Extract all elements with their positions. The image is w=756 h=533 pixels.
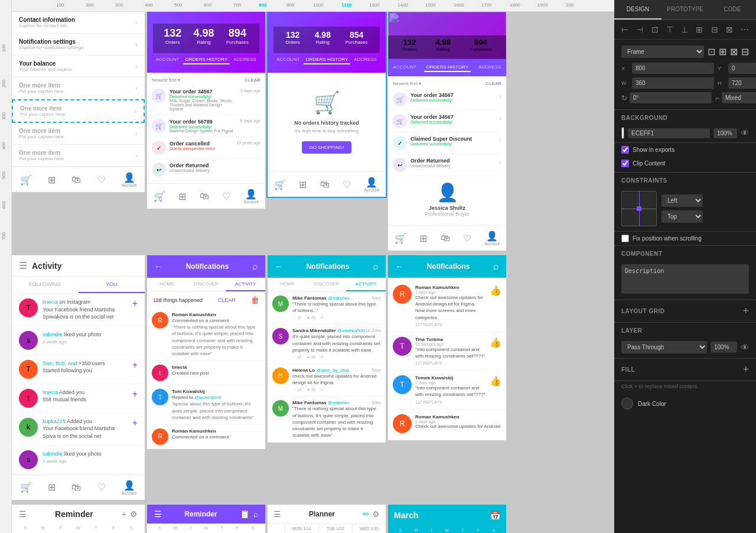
nav-icon[interactable]: ⊞ — [419, 233, 427, 244]
resize-icon-4[interactable]: ⊟ — [741, 46, 749, 57]
nav-icon[interactable]: 🛍 — [441, 233, 450, 243]
settings-item[interactable]: Notification settingsCaption for notific… — [12, 34, 145, 56]
nav-icon[interactable]: ⊞ — [48, 482, 56, 493]
notif-item: R Roman Kamushken Commented on a comment… — [147, 308, 265, 361]
notifications-teal-screen: ← Notifications ⌕ HOME DISCOVER ACTIVITY… — [268, 255, 386, 443]
visibility-icon[interactable]: 👁 — [741, 128, 749, 138]
ruler-horizontal: 100 200 300 400 500 600 700 800 900 1000… — [0, 0, 614, 12]
align-top-icon[interactable]: ⊤ — [666, 25, 673, 34]
resize-icon-2[interactable]: ⊞ — [719, 46, 726, 57]
nav-icon[interactable]: 🛍 — [320, 179, 330, 190]
clip-content-checkbox[interactable] — [621, 160, 629, 167]
align-bottom-icon[interactable]: ⊞ — [696, 25, 703, 34]
settings-item[interactable]: One more itemPut your caption here › — [12, 123, 145, 145]
activity-item: T Tom, Bob, And +350 usersStarted follow… — [12, 355, 145, 384]
constraints-visual — [621, 191, 657, 226]
notif-list: R Roman Kamushken Commented on a comment… — [147, 308, 265, 449]
settings-item[interactable]: Your balanceYour balance and caption › — [12, 56, 145, 77]
layer-mode-select[interactable]: Pass Through Normal Multiply Screen Over… — [621, 341, 707, 353]
no-orders-content: 🛒 No orders history tracked It's high ti… — [268, 73, 386, 171]
nav-account[interactable]: 👤Account — [484, 230, 499, 246]
tab-home[interactable]: HOME — [147, 278, 187, 291]
tab-design[interactable]: DESIGN — [614, 0, 662, 20]
v-constraint-select[interactable]: Top Bottom Center Scale — [662, 210, 703, 223]
nav-icon[interactable]: ♡ — [222, 191, 230, 202]
show-exports-checkbox[interactable] — [621, 146, 629, 154]
tab-code[interactable]: CODE — [709, 0, 756, 20]
nav-icon[interactable]: 🛒 — [274, 179, 286, 190]
dark-color-swatch[interactable] — [621, 398, 633, 410]
align-right-icon[interactable]: ⊡ — [651, 25, 659, 34]
tab-activity[interactable]: ACTIVITY — [346, 278, 386, 291]
bg-opacity-input[interactable] — [713, 128, 737, 138]
align-center-v-icon[interactable]: ⊥ — [681, 25, 688, 34]
settings-item[interactable]: Contact informationCaption for contact i… — [12, 12, 145, 34]
dist-h-icon[interactable]: ⊟ — [711, 25, 718, 34]
add-fill-icon[interactable]: + — [742, 363, 749, 376]
tab-home[interactable]: HOME — [268, 278, 307, 291]
fix-position-row: Fix position when scrolling — [614, 232, 756, 246]
nav-icon[interactable]: 🛒 — [20, 482, 32, 493]
angle-input[interactable] — [630, 92, 712, 103]
more-icon[interactable]: ⋯ — [741, 25, 749, 34]
nav-icon[interactable]: ♡ — [97, 482, 106, 493]
h-input[interactable]: 720 — [728, 77, 756, 89]
alignment-toolbar: ⊢ ⊣ ⊡ ⊤ ⊥ ⊞ ⊟ ⊠ ⋯ — [614, 20, 756, 40]
fix-position-checkbox[interactable] — [621, 235, 629, 242]
settings-item[interactable]: One more itemPut your caption here › — [12, 145, 145, 167]
nav-cart[interactable]: 🛍 — [71, 174, 81, 185]
h-constraint-select[interactable]: Left Right Center Scale — [662, 194, 703, 207]
notif-item: H Helena Lo @step_by_step 54m check out … — [268, 364, 386, 396]
dark-color-label: Dark Color — [638, 401, 666, 407]
fill-section: FILL + — [614, 359, 756, 381]
bg-hex-input[interactable] — [628, 128, 710, 138]
nav-profile[interactable]: 🛒 — [20, 174, 32, 186]
tab-following[interactable]: FOLLOWING — [12, 277, 79, 293]
nav-icon[interactable]: ♡ — [343, 179, 351, 190]
resize-icon-3[interactable]: ⊠ — [730, 46, 738, 57]
corner-input[interactable] — [722, 92, 756, 103]
nav-icon[interactable]: 🛍 — [200, 191, 209, 202]
nav-account[interactable]: 👤Account — [243, 188, 258, 204]
nav-account[interactable]: 👤Account — [122, 172, 136, 187]
frame-type-select[interactable]: Frame — [621, 46, 704, 58]
component-section: Description — [614, 259, 756, 300]
layer-visibility-icon[interactable]: 👁 — [741, 343, 749, 352]
nav-icon[interactable]: 🛒 — [395, 233, 406, 244]
nav-account[interactable]: 👤Account — [122, 480, 136, 495]
nav-favorites[interactable]: ♡ — [97, 174, 106, 186]
activity-item: T tinecia on InstagramYour Facebook frie… — [12, 294, 145, 326]
resize-icon-1[interactable]: ⊡ — [708, 46, 715, 57]
tab-you[interactable]: YOU — [79, 277, 145, 293]
add-layout-grid-icon[interactable]: + — [742, 305, 749, 317]
bg-color-swatch[interactable] — [621, 127, 624, 139]
go-shopping-button[interactable]: GO SHOPPING! — [302, 141, 351, 154]
x-input[interactable]: 800 — [632, 63, 714, 74]
tab-activity[interactable]: ACTIVITY — [226, 278, 265, 291]
nav-icon[interactable]: ⊞ — [299, 179, 307, 190]
tab-prototype[interactable]: PROTOTYPE — [662, 0, 709, 20]
nav-account[interactable]: 👤Account — [364, 177, 379, 192]
notif-list-green: R Roman Kamushken 2 days ago Check out a… — [388, 278, 506, 440]
nav-icon[interactable]: ♡ — [463, 233, 471, 244]
component-description[interactable]: Description — [621, 264, 749, 294]
layer-opacity-input[interactable] — [711, 342, 737, 353]
tab-discover[interactable]: DISCOVER — [187, 278, 226, 291]
nav-icon[interactable]: 🛍 — [71, 482, 81, 493]
background-section-label: BACKGROUND — [614, 110, 756, 124]
order-screen-2: 132Orders 4.98Rating 894Purchases ACCOUN… — [388, 12, 506, 251]
x-label: X — [621, 66, 630, 72]
align-left-icon[interactable]: ⊢ — [621, 25, 628, 34]
y-input[interactable]: 0 — [728, 63, 756, 74]
settings-item[interactable]: One more itemPut your caption here › — [12, 77, 145, 99]
nav-icon[interactable]: 🛒 — [154, 191, 165, 202]
nav-icon[interactable]: ⊞ — [178, 191, 186, 202]
w-input[interactable]: 360 — [632, 77, 714, 89]
nav-home[interactable]: ⊞ — [48, 174, 56, 186]
layer-section-label: LAYER — [614, 323, 756, 336]
calendar-screen-1: ☰ Reminder + ⚙ SMTWTFS 10111213141516 — [12, 505, 145, 533]
tab-discover[interactable]: DISCOVER — [307, 278, 347, 291]
settings-item[interactable]: One more itemPut your caption here › — [12, 99, 145, 123]
align-center-h-icon[interactable]: ⊣ — [636, 25, 643, 34]
dist-v-icon[interactable]: ⊠ — [726, 25, 733, 34]
